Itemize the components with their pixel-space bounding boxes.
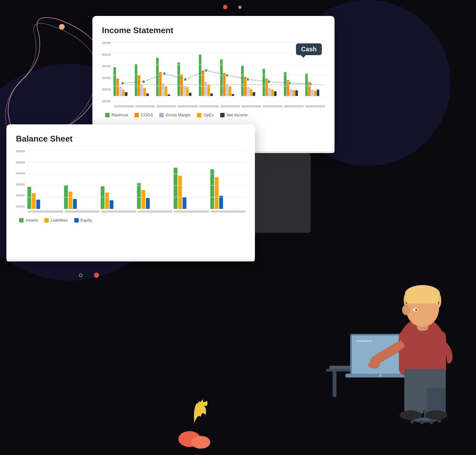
svg-rect-28 (357, 340, 372, 342)
legend-cogs-dot (134, 113, 139, 117)
y-label (102, 65, 111, 67)
legend-assets: Assets (19, 218, 38, 223)
svg-point-36 (402, 305, 410, 315)
y-label (16, 150, 25, 152)
y-label (16, 194, 25, 196)
income-legend: Revenue COGS Gross Margin OpEx Net Incom… (105, 113, 325, 117)
y-label (102, 54, 111, 56)
svg-point-38 (415, 309, 417, 311)
svg-point-42 (400, 410, 422, 420)
plant-decoration (177, 398, 215, 449)
balance-card-footer-bar (6, 260, 255, 261)
svg-rect-40 (404, 388, 423, 414)
income-chart-bars (113, 42, 325, 96)
dot-outline-bottom (79, 274, 83, 277)
svg-point-20 (420, 421, 424, 424)
svg-point-43 (425, 410, 447, 420)
legend-assets-dot (19, 218, 24, 223)
balance-x-axis (28, 210, 245, 213)
legend-opex: OpEx (197, 113, 214, 117)
legend-net-income: Net Income (220, 113, 248, 117)
dot-grey-top (238, 6, 242, 9)
y-label (16, 183, 25, 186)
svg-rect-30 (399, 331, 446, 375)
svg-point-19 (410, 420, 414, 423)
legend-equity: Equity (74, 218, 92, 223)
white-panel-bg (247, 153, 311, 233)
income-x-axis (114, 105, 325, 107)
legend-cogs: COGS (134, 113, 153, 117)
dot-peach (59, 24, 65, 30)
balance-card-title: Balance Sheet (16, 134, 245, 144)
svg-point-27 (379, 374, 382, 377)
y-label (102, 77, 111, 79)
y-label (102, 100, 111, 102)
svg-rect-14 (333, 371, 336, 397)
legend-revenue-dot (105, 113, 110, 117)
balance-sheet-card: Balance Sheet (6, 124, 255, 261)
cash-tooltip: Cash (296, 43, 322, 55)
y-label (102, 42, 111, 44)
legend-net-income-dot (220, 113, 225, 117)
y-label (16, 172, 25, 174)
person-illustration (320, 241, 466, 439)
legend-gross-margin: Gross Margin (159, 113, 191, 117)
legend-equity-dot (74, 218, 79, 223)
svg-point-45 (191, 436, 210, 449)
svg-rect-41 (427, 388, 446, 414)
svg-point-21 (429, 421, 433, 424)
legend-gross-margin-dot (159, 113, 164, 117)
svg-point-31 (368, 361, 380, 369)
legend-opex-dot (197, 113, 201, 117)
legend-liabilities: Liabilities (44, 218, 68, 223)
legend-revenue: Revenue (105, 113, 128, 117)
y-label (102, 88, 111, 91)
y-label (16, 161, 25, 164)
dot-red-bottom (94, 273, 99, 278)
legend-liabilities-dot (44, 218, 49, 223)
income-card-title: Income Statement (102, 26, 325, 35)
dot-red-top (223, 5, 227, 9)
y-label (16, 205, 25, 208)
balance-legend: Assets Liabilities Equity (19, 218, 245, 223)
svg-rect-35 (405, 292, 440, 304)
balance-chart-bars (27, 150, 245, 209)
